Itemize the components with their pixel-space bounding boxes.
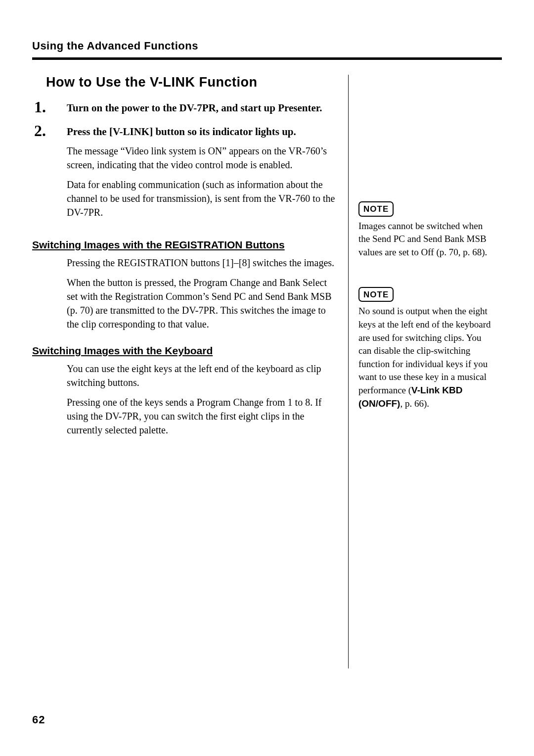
body-paragraph: You can use the eight keys at the left e…: [67, 362, 338, 389]
body-paragraph: Data for enabling communication (such as…: [67, 178, 338, 219]
note-block-2: NOTE No sound is output when the eight k…: [358, 287, 492, 411]
note-block-1: NOTE Images cannot be switched when the …: [358, 201, 492, 259]
body-paragraph: The message “Video link system is ON” ap…: [67, 144, 338, 172]
note-badge: NOTE: [358, 287, 394, 302]
running-header: Using the Advanced Functions: [32, 40, 502, 57]
note-text: Images cannot be switched when the Send …: [358, 220, 492, 259]
side-column: NOTE Images cannot be switched when the …: [349, 75, 492, 668]
note-badge: NOTE: [358, 201, 394, 217]
body-paragraph: When the button is pressed, the Program …: [67, 276, 338, 331]
page-number: 62: [32, 713, 45, 726]
step-1: 1 Turn on the power to the DV-7PR, and s…: [32, 99, 338, 120]
step-title: Press the [V-LINK] button so its indicat…: [67, 125, 338, 139]
section-title: How to Use the V-LINK Function: [46, 75, 338, 90]
body-paragraph: Pressing the REGISTRATION buttons [1]–[8…: [67, 256, 338, 270]
note-text: No sound is output when the eight keys a…: [358, 305, 492, 410]
note-text-part: , p. 66).: [400, 398, 429, 409]
header-rule: [32, 57, 502, 60]
note-text-part: No sound is output when the eight keys a…: [358, 306, 490, 395]
step-2: 2 Press the [V-LINK] button so its indic…: [32, 123, 338, 225]
subsection-heading: Switching Images with the REGISTRATION B…: [32, 239, 338, 251]
body-paragraph: Pressing one of the keys sends a Program…: [67, 395, 338, 437]
main-column: How to Use the V-LINK Function 1 Turn on…: [32, 75, 349, 668]
subsection-heading: Switching Images with the Keyboard: [32, 345, 338, 357]
step-title: Turn on the power to the DV-7PR, and sta…: [67, 101, 338, 115]
step-number: 1: [32, 99, 67, 120]
step-number: 2: [32, 123, 67, 225]
